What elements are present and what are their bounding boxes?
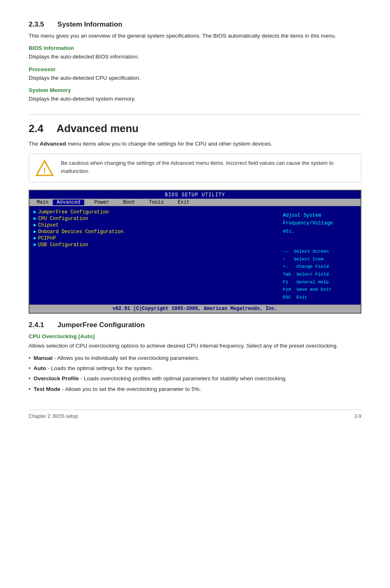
bios-menu-exit: Exit bbox=[168, 200, 193, 205]
section-235-title: 2.3.5 System Information bbox=[29, 20, 361, 29]
list-item-overclock-profile: Overclock Profile - Loads overclocking p… bbox=[29, 375, 361, 383]
processor-heading: Processor bbox=[29, 66, 361, 72]
section-235-intro: This menu gives you an overview of the g… bbox=[29, 32, 361, 40]
bios-menu-bar: Main Advanced Power Boot Tools Exit bbox=[29, 199, 361, 206]
section-241: 2.4.1 JumperFree Configuration CPU Overc… bbox=[29, 321, 361, 393]
section-24: 2.4 Advanced menu The Advanced menu item… bbox=[29, 114, 361, 314]
bios-right-legend: ←→ Select Screen ↕ Select Item +- Change… bbox=[283, 248, 356, 301]
section-24-intro: The Advanced menu items allow you to cha… bbox=[29, 140, 361, 148]
section-235-number: 2.3.5 bbox=[29, 20, 44, 28]
caution-box: ! Be cautious when changing the settings… bbox=[29, 154, 361, 182]
section-24-title: 2.4 Advanced menu bbox=[29, 122, 361, 135]
list-item-auto: Auto - Loads the optimal settings for th… bbox=[29, 364, 361, 373]
section-241-title: 2.4.1 JumperFree Configuration bbox=[29, 321, 361, 329]
svg-text:!: ! bbox=[43, 166, 46, 175]
caution-text: Be cautious when changing the settings o… bbox=[61, 159, 354, 175]
bios-menu-boot: Boot bbox=[113, 200, 139, 205]
arrow-icon: ► bbox=[34, 216, 36, 222]
bios-menu-advanced: Advanced bbox=[53, 200, 85, 205]
system-memory-body: Displays the auto-detected system memory… bbox=[29, 95, 361, 103]
bios-menu-power: Power bbox=[84, 200, 113, 205]
legend-tab: Tab Select Field bbox=[283, 271, 356, 278]
cpu-overclocking-heading: CPU Overclocking [Auto] bbox=[29, 333, 361, 339]
section-235-heading: System Information bbox=[58, 20, 123, 28]
cpu-overclocking-intro: Allows selection of CPU overclocking opt… bbox=[29, 342, 361, 350]
bios-item-usb: ► USB Configuration bbox=[34, 242, 275, 248]
system-memory-heading: System Memory bbox=[29, 87, 361, 93]
bios-item-onboard: ► Onboard Devices Configuration bbox=[34, 229, 275, 235]
bios-info-heading: BIOS Information bbox=[29, 45, 361, 51]
arrow-icon: ► bbox=[34, 229, 36, 235]
section-24-number: 2.4 bbox=[29, 122, 43, 135]
section-235: 2.3.5 System Information This menu gives… bbox=[29, 20, 361, 103]
processor-body: Displays the auto-detected CPU specifica… bbox=[29, 74, 361, 82]
legend-arrows: ←→ Select Screen bbox=[283, 248, 356, 256]
system-memory-subsection: System Memory Displays the auto-detected… bbox=[29, 87, 361, 103]
bios-title-bar: BIOS SETUP UTILITY bbox=[29, 191, 361, 199]
section-24-intro-bold: Advanced bbox=[40, 141, 66, 147]
list-item-test-mode: Test Mode - Allows you to set the the ov… bbox=[29, 385, 361, 393]
bios-information-subsection: BIOS Information Displays the auto-detec… bbox=[29, 45, 361, 61]
bios-menu-tools: Tools bbox=[139, 200, 168, 205]
arrow-icon: ► bbox=[34, 209, 36, 215]
legend-esc: ESC Exit bbox=[283, 294, 356, 301]
overclocking-list: Manual - Allows you to individually set … bbox=[29, 354, 361, 393]
bios-item-chipset: ► Chipset bbox=[34, 222, 275, 228]
footer-left: Chapter 2: BIOS setup bbox=[29, 413, 78, 419]
page-footer: Chapter 2: BIOS setup 2-9 bbox=[29, 410, 361, 419]
bios-right-help: Adjust SystemFrequency/Voltageetc. bbox=[283, 212, 356, 236]
bios-body: ► JumperFree Configuration ► CPU Configu… bbox=[29, 206, 361, 304]
legend-f10: F10 Save and Exit bbox=[283, 286, 356, 294]
arrow-icon: ► bbox=[34, 242, 36, 248]
bios-menu-main: Main bbox=[33, 200, 53, 205]
bios-item-jumperfree: ► JumperFree Configuration bbox=[34, 209, 275, 215]
arrow-icon: ► bbox=[34, 222, 36, 228]
legend-plusminus: +- Change Field bbox=[283, 263, 356, 271]
section-241-heading: JumperFree Configuration bbox=[58, 321, 145, 329]
legend-f1: F1 General Help bbox=[283, 278, 356, 286]
bios-footer: v02.61 (C)Copyright 1985-2008, American … bbox=[29, 305, 361, 313]
section-241-number: 2.4.1 bbox=[29, 321, 44, 329]
bios-screenshot: BIOS SETUP UTILITY Main Advanced Power B… bbox=[29, 190, 361, 313]
list-item-manual: Manual - Allows you to individually set … bbox=[29, 354, 361, 362]
bios-item-pciinp: ► PCIPnP bbox=[34, 236, 275, 241]
bios-info-body: Displays the auto-detected BIOS informat… bbox=[29, 53, 361, 61]
section-24-intro-part1: The bbox=[29, 141, 40, 147]
bios-item-cpu-config: ► CPU Configuration bbox=[34, 216, 275, 222]
processor-subsection: Processor Displays the auto-detected CPU… bbox=[29, 66, 361, 82]
legend-updown: ↕ Select Item bbox=[283, 256, 356, 263]
caution-icon: ! bbox=[36, 159, 54, 177]
bios-right-panel: Adjust SystemFrequency/Voltageetc. ←→ Se… bbox=[279, 206, 361, 304]
arrow-icon: ► bbox=[34, 236, 36, 241]
section-24-heading: Advanced menu bbox=[56, 122, 139, 135]
footer-right: 2-9 bbox=[354, 413, 361, 419]
section-24-intro-part2: menu items allow you to change the setti… bbox=[66, 141, 272, 147]
bios-left-panel: ► JumperFree Configuration ► CPU Configu… bbox=[29, 206, 279, 304]
